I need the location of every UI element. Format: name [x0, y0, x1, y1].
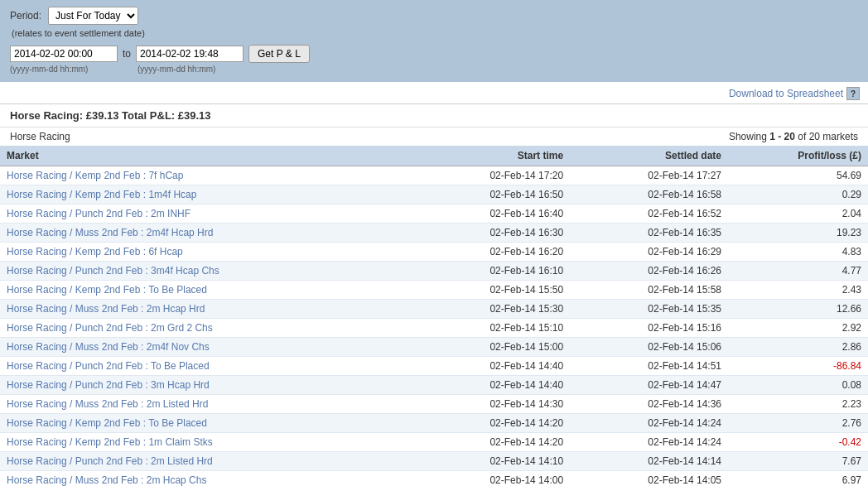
market-link[interactable]: Horse Racing / Punch 2nd Feb : 2m Listed…	[7, 455, 213, 467]
table-section: Horse Racing Showing 1 - 20 of 20 market…	[0, 128, 868, 486]
table-row: Horse Racing / Muss 2nd Feb : 2m4f Hcap …	[0, 224, 868, 243]
table-row: Horse Racing / Kemp 2nd Feb : 1m Claim S…	[0, 433, 868, 452]
cell-settled-date: 02-Feb-14 14:51	[570, 357, 728, 376]
market-link[interactable]: Horse Racing / Muss 2nd Feb : 2m4f Hcap …	[7, 227, 213, 238]
market-link[interactable]: Horse Racing / Punch 2nd Feb : 2m Grd 2 …	[7, 322, 213, 334]
col-settled-date: Settled date	[570, 146, 728, 166]
cell-start-time: 02-Feb-14 15:30	[412, 300, 570, 319]
cell-market: Horse Racing / Punch 2nd Feb : 3m Hcap H…	[0, 376, 412, 395]
cell-profit-loss: 2.76	[728, 414, 868, 433]
cell-settled-date: 02-Feb-14 14:47	[570, 376, 728, 395]
col-market: Market	[0, 146, 412, 166]
cell-start-time: 02-Feb-14 16:50	[412, 185, 570, 205]
cell-market: Horse Racing / Kemp 2nd Feb : To Be Plac…	[0, 414, 412, 433]
table-row: Horse Racing / Punch 2nd Feb : 2m Grd 2 …	[0, 319, 868, 338]
cell-settled-date: 02-Feb-14 16:26	[570, 262, 728, 281]
help-button[interactable]: ?	[846, 87, 860, 100]
top-panel: Period: Just For Today Yesterday Last 7 …	[0, 0, 868, 82]
market-link[interactable]: Horse Racing / Punch 2nd Feb : 3m Hcap H…	[7, 379, 210, 391]
cell-profit-loss: -0.42	[728, 433, 868, 452]
col-start-time: Start time	[412, 146, 570, 166]
table-header: Market Start time Settled date Profit/lo…	[0, 146, 868, 166]
table-header-row: Horse Racing Showing 1 - 20 of 20 market…	[0, 128, 868, 146]
table-row: Horse Racing / Kemp 2nd Feb : 6f Hcap 02…	[0, 243, 868, 262]
market-link[interactable]: Horse Racing / Kemp 2nd Feb : 7f hCap	[7, 170, 183, 181]
cell-start-time: 02-Feb-14 14:20	[412, 414, 570, 433]
download-spreadsheet-link[interactable]: Download to Spreadsheet	[729, 88, 843, 99]
date-to-format: (yyyy-mm-dd hh:mm)	[137, 65, 245, 74]
cell-settled-date: 02-Feb-14 15:58	[570, 281, 728, 300]
cell-settled-date: 02-Feb-14 14:24	[570, 414, 728, 433]
market-link[interactable]: Horse Racing / Punch 2nd Feb : To Be Pla…	[7, 360, 210, 372]
market-link[interactable]: Horse Racing / Kemp 2nd Feb : 1m4f Hcap	[7, 189, 196, 200]
market-link[interactable]: Horse Racing / Muss 2nd Feb : 2m4f Nov C…	[7, 341, 210, 353]
summary-text: Horse Racing: £39.13 Total P&L: £39.13	[10, 109, 211, 122]
cell-settled-date: 02-Feb-14 17:27	[570, 166, 728, 185]
cell-settled-date: 02-Feb-14 16:35	[570, 224, 728, 243]
cell-settled-date: 02-Feb-14 15:06	[570, 338, 728, 357]
market-link[interactable]: Horse Racing / Kemp 2nd Feb : To Be Plac…	[7, 417, 207, 429]
cell-settled-date: 02-Feb-14 14:05	[570, 471, 728, 487]
date-to-input[interactable]	[136, 46, 244, 62]
cell-start-time: 02-Feb-14 16:40	[412, 205, 570, 224]
cell-settled-date: 02-Feb-14 16:58	[570, 185, 728, 205]
summary-bar: Horse Racing: £39.13 Total P&L: £39.13	[0, 104, 868, 128]
cell-start-time: 02-Feb-14 14:20	[412, 433, 570, 452]
cell-market: Horse Racing / Muss 2nd Feb : 2m Hcap Ch…	[0, 471, 412, 487]
cell-settled-date: 02-Feb-14 16:52	[570, 205, 728, 224]
table-row: Horse Racing / Punch 2nd Feb : 2m INHF 0…	[0, 205, 868, 224]
cell-start-time: 02-Feb-14 17:20	[412, 166, 570, 185]
cell-start-time: 02-Feb-14 14:40	[412, 376, 570, 395]
cell-start-time: 02-Feb-14 15:10	[412, 319, 570, 338]
download-row: Download to Spreadsheet ?	[0, 82, 868, 104]
table-row: Horse Racing / Muss 2nd Feb : 2m Listed …	[0, 395, 868, 414]
get-pl-button[interactable]: Get P & L	[248, 45, 310, 63]
cell-market: Horse Racing / Kemp 2nd Feb : 7f hCap	[0, 166, 412, 185]
table-row: Horse Racing / Muss 2nd Feb : 2m Hcap Ch…	[0, 471, 868, 487]
cell-settled-date: 02-Feb-14 14:14	[570, 452, 728, 471]
section-label: Horse Racing	[10, 131, 70, 142]
market-link[interactable]: Horse Racing / Punch 2nd Feb : 3m4f Hcap…	[7, 265, 219, 277]
cell-start-time: 02-Feb-14 14:10	[412, 452, 570, 471]
date-from-input[interactable]	[10, 46, 118, 62]
cell-settled-date: 02-Feb-14 15:16	[570, 319, 728, 338]
cell-profit-loss: 4.77	[728, 262, 868, 281]
cell-market: Horse Racing / Muss 2nd Feb : 2m4f Nov C…	[0, 338, 412, 357]
cell-start-time: 02-Feb-14 16:10	[412, 262, 570, 281]
market-link[interactable]: Horse Racing / Muss 2nd Feb : 2m Hcap Ch…	[7, 474, 206, 486]
cell-market: Horse Racing / Punch 2nd Feb : 3m4f Hcap…	[0, 262, 412, 281]
cell-market: Horse Racing / Punch 2nd Feb : To Be Pla…	[0, 357, 412, 376]
date-from-format: (yyyy-mm-dd hh:mm)	[10, 65, 118, 74]
cell-market: Horse Racing / Kemp 2nd Feb : 6f Hcap	[0, 243, 412, 262]
market-link[interactable]: Horse Racing / Kemp 2nd Feb : To Be Plac…	[7, 284, 207, 296]
to-label: to	[123, 48, 131, 60]
cell-start-time: 02-Feb-14 15:50	[412, 281, 570, 300]
period-select[interactable]: Just For Today Yesterday Last 7 Days Las…	[48, 7, 138, 25]
cell-market: Horse Racing / Punch 2nd Feb : 2m INHF	[0, 205, 412, 224]
cell-market: Horse Racing / Kemp 2nd Feb : To Be Plac…	[0, 281, 412, 300]
cell-profit-loss: 0.29	[728, 185, 868, 205]
market-link[interactable]: Horse Racing / Punch 2nd Feb : 2m INHF	[7, 208, 190, 219]
market-link[interactable]: Horse Racing / Kemp 2nd Feb : 6f Hcap	[7, 246, 183, 257]
table-row: Horse Racing / Punch 2nd Feb : 3m Hcap H…	[0, 376, 868, 395]
cell-start-time: 02-Feb-14 14:30	[412, 395, 570, 414]
cell-market: Horse Racing / Muss 2nd Feb : 2m Listed …	[0, 395, 412, 414]
cell-profit-loss: -86.84	[728, 357, 868, 376]
col-profit-loss: Profit/loss (£)	[728, 146, 868, 166]
market-link[interactable]: Horse Racing / Muss 2nd Feb : 2m Hcap Hr…	[7, 303, 205, 315]
cell-start-time: 02-Feb-14 14:00	[412, 471, 570, 487]
cell-profit-loss: 7.67	[728, 452, 868, 471]
table-row: Horse Racing / Punch 2nd Feb : 3m4f Hcap…	[0, 262, 868, 281]
cell-profit-loss: 2.23	[728, 395, 868, 414]
cell-start-time: 02-Feb-14 16:20	[412, 243, 570, 262]
market-link[interactable]: Horse Racing / Kemp 2nd Feb : 1m Claim S…	[7, 436, 213, 448]
table-row: Horse Racing / Kemp 2nd Feb : To Be Plac…	[0, 414, 868, 433]
cell-start-time: 02-Feb-14 14:40	[412, 357, 570, 376]
cell-profit-loss: 2.43	[728, 281, 868, 300]
cell-profit-loss: 54.69	[728, 166, 868, 185]
market-link[interactable]: Horse Racing / Muss 2nd Feb : 2m Listed …	[7, 398, 208, 410]
cell-profit-loss: 0.08	[728, 376, 868, 395]
cell-profit-loss: 6.97	[728, 471, 868, 487]
cell-start-time: 02-Feb-14 16:30	[412, 224, 570, 243]
showing-text: Showing 1 - 20 of 20 markets	[729, 131, 858, 142]
